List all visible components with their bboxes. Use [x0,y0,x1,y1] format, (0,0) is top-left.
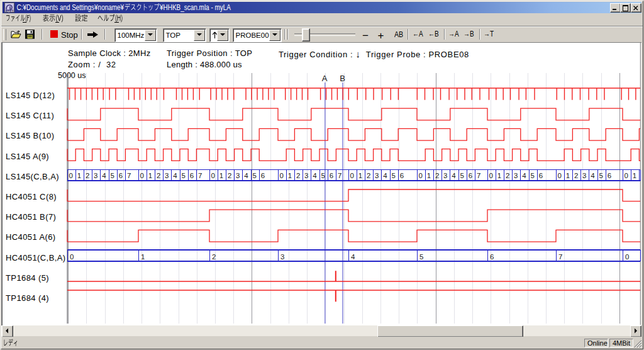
svg-text:2: 2 [506,172,509,179]
svg-text:0: 0 [350,172,354,179]
svg-text:6: 6 [330,172,333,179]
svg-text:4: 4 [522,172,526,179]
svg-text:3: 3 [514,172,518,179]
svg-text:A: A [322,74,328,83]
svg-text:1: 1 [358,172,362,179]
svg-text:2: 2 [574,172,578,179]
svg-text:4: 4 [383,172,387,179]
svg-text:6: 6 [608,172,611,179]
svg-text:5: 5 [253,172,257,179]
svg-text:1: 1 [566,172,570,179]
svg-text:4: 4 [591,172,595,179]
svg-text:1: 1 [427,172,431,179]
svg-text:3: 3 [236,172,240,179]
svg-text:7: 7 [198,172,202,179]
svg-text:7: 7 [127,172,131,179]
svg-text:4: 4 [452,172,456,179]
svg-text:6: 6 [469,172,472,179]
svg-text:3: 3 [304,172,308,179]
svg-text:5: 5 [321,172,325,179]
svg-text:5: 5 [392,172,396,179]
svg-text:0: 0 [558,172,562,179]
svg-text:5: 5 [419,253,423,261]
svg-text:3: 3 [375,172,379,179]
svg-text:6: 6 [400,172,404,179]
svg-text:1: 1 [148,172,152,179]
svg-text:6: 6 [490,253,494,261]
svg-text:0: 0 [419,172,423,179]
svg-text:2: 2 [435,172,439,179]
svg-text:0: 0 [69,172,73,179]
svg-text:4: 4 [351,253,355,261]
svg-text:5: 5 [182,172,186,179]
svg-text:4: 4 [313,172,317,179]
svg-text:1: 1 [219,172,223,179]
svg-text:3: 3 [443,172,447,179]
svg-text:0: 0 [625,253,629,261]
svg-text:7: 7 [558,253,562,261]
svg-text:0: 0 [211,172,215,179]
svg-text:3: 3 [165,172,169,179]
svg-text:4: 4 [173,172,177,179]
svg-text:1: 1 [633,172,636,179]
svg-text:2: 2 [228,172,231,179]
svg-text:1: 1 [288,172,292,179]
svg-text:0: 0 [489,172,493,179]
svg-text:4: 4 [102,172,106,179]
svg-text:3: 3 [280,253,284,261]
svg-text:0: 0 [140,172,144,179]
svg-text:6: 6 [190,172,194,179]
svg-text:6: 6 [539,172,543,179]
svg-text:2: 2 [296,172,300,179]
svg-text:6: 6 [119,172,123,179]
svg-text:1: 1 [77,172,81,179]
svg-text:B: B [340,74,345,83]
svg-text:2: 2 [86,172,89,179]
svg-text:7: 7 [338,172,341,179]
svg-text:6: 6 [261,172,265,179]
svg-text:7: 7 [477,172,480,179]
svg-text:1: 1 [497,172,501,179]
svg-text:5: 5 [111,172,114,179]
svg-text:0: 0 [70,253,74,261]
svg-text:3: 3 [94,172,97,179]
svg-text:2: 2 [212,253,216,261]
svg-text:2: 2 [157,172,160,179]
svg-text:5: 5 [460,172,464,179]
svg-text:2: 2 [367,172,370,179]
svg-text:4: 4 [244,172,248,179]
svg-text:0: 0 [625,172,628,179]
svg-text:1: 1 [141,253,145,261]
svg-text:5: 5 [531,172,535,179]
svg-text:0: 0 [280,172,284,179]
svg-text:3: 3 [582,172,586,179]
svg-text:5: 5 [599,172,603,179]
